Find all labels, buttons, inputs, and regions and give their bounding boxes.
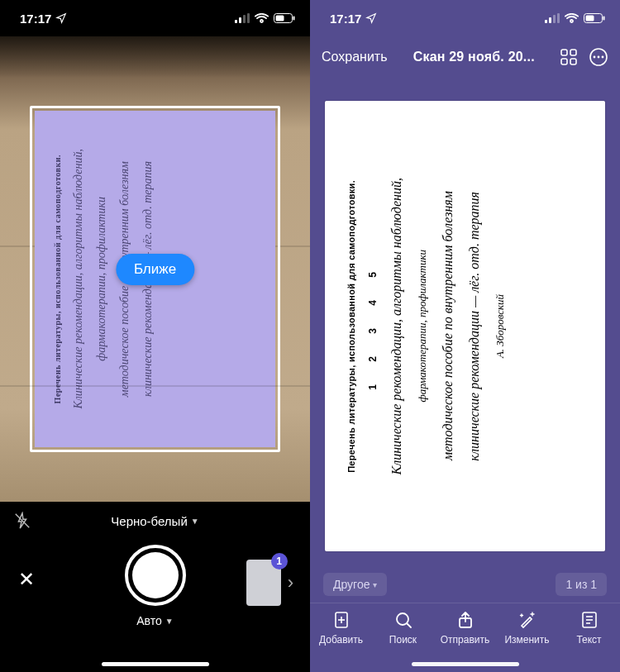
chevron-down-icon: ▼ [191,517,199,526]
svg-line-27 [407,624,411,628]
svg-rect-16 [570,50,576,55]
tab-text[interactable]: Текст [558,610,620,672]
svg-rect-11 [557,13,560,23]
tab-label: Поиск [389,634,417,646]
svg-rect-8 [545,20,547,23]
tab-label: Добавить [319,634,363,646]
svg-rect-2 [243,15,246,23]
svg-point-22 [602,56,604,59]
svg-rect-17 [561,59,567,64]
svg-rect-0 [235,20,237,23]
capture-mode-selector[interactable]: Авто ▼ [136,614,173,627]
document-title[interactable]: Скан 29 нояб. 20... [398,50,551,64]
svg-point-20 [594,56,596,59]
thumbnail-preview[interactable]: 1 [246,560,281,606]
camera-viewport[interactable]: Перечень литературы, использованной для … [0,36,310,502]
doc-line: А. Зборовский [494,294,507,358]
battery-icon [274,13,295,23]
page-indicator[interactable]: 1 из 1 [556,573,607,596]
svg-point-21 [598,56,600,59]
status-bar: 17:17 [310,0,620,36]
more-options-button[interactable] [589,47,608,67]
doc-line: Клинические рекомендации, алгоритмы набл… [72,149,85,409]
doc-line: фармакотерапии, профилактики [95,197,108,361]
svg-rect-14 [603,17,605,21]
move-closer-hint: Ближе [116,254,194,285]
add-page-icon [331,610,351,630]
capture-mode-label: Авто [136,614,162,627]
category-label: Другое [333,578,370,591]
svg-rect-5 [276,16,284,21]
battery-icon [584,13,605,23]
tab-label: Изменить [504,634,549,646]
home-indicator[interactable] [102,662,209,666]
proceed-arrow-icon[interactable]: › [288,572,293,593]
svg-rect-10 [553,15,556,23]
location-arrow-icon [365,12,377,24]
status-time: 17:17 [20,12,51,26]
color-mode-label: Черно-белый [111,514,187,528]
ellipsis-circle-icon [589,47,608,67]
bottom-toolbar: Добавить Поиск Отправить Изменить Текст [310,603,620,672]
tab-add[interactable]: Добавить [310,610,372,672]
status-bar: 17:17 [0,0,310,36]
wifi-icon [565,13,579,23]
meta-row: Другое ▾ 1 из 1 [310,566,620,603]
flash-toggle[interactable] [13,512,31,530]
grid-icon [560,49,577,65]
camera-controls: ✕ Авто ▼ 1 › [0,540,310,672]
svg-rect-1 [239,17,241,23]
nav-bar: Сохранить Скан 29 нояб. 20... [310,36,620,78]
status-time: 17:17 [330,12,361,26]
share-icon [455,610,475,630]
text-icon [579,610,599,630]
cellular-icon [235,13,250,23]
camera-options-bar: Черно-белый ▼ [0,502,310,540]
tab-label: Отправить [441,634,490,646]
chevron-down-icon: ▾ [373,580,377,589]
doc-line: Клинические рекомендации, алгоритмы набл… [389,178,404,474]
doc-heading: Перечень литературы, использованной для … [346,180,356,473]
wifi-icon [255,13,269,23]
scan-preview-area[interactable]: Перечень литературы, использованной для … [310,78,620,566]
status-indicators [235,13,295,23]
cellular-icon [545,13,560,23]
magic-wand-icon [517,610,537,630]
close-button[interactable]: ✕ [18,568,35,591]
thumbnail-count-badge: 1 [271,553,288,570]
location-arrow-icon [55,12,67,24]
doc-line: клинические рекомендации — лёг. отд. тер… [467,192,482,461]
svg-rect-15 [561,50,567,55]
scan-result-screen: 17:17 Сохранить Скан 29 нояб. 20... [310,0,620,672]
camera-capture-screen: 17:17 Перечень литературы, использов [0,0,310,672]
home-indicator[interactable] [412,662,519,666]
search-icon [393,610,413,630]
svg-rect-13 [586,16,594,21]
chevron-down-icon: ▼ [165,617,174,626]
svg-rect-3 [247,13,250,23]
doc-list-numbers: 1 2 3 4 5 [368,262,378,390]
flash-off-icon [13,512,31,530]
color-mode-selector[interactable]: Черно-белый ▼ [111,514,198,528]
doc-heading: Перечень литературы, использованной для … [53,155,62,403]
tab-label: Текст [576,634,601,646]
svg-rect-9 [549,17,551,23]
shutter-button[interactable] [125,545,186,606]
scanned-page[interactable]: Перечень литературы, использованной для … [325,101,605,551]
grid-view-button[interactable] [560,49,577,65]
svg-rect-18 [570,59,576,64]
save-button[interactable]: Сохранить [322,50,388,64]
doc-line: методическое пособие по внутренним болез… [441,191,455,460]
svg-rect-6 [293,17,295,21]
status-indicators [545,13,605,23]
doc-line: фармакотерапии, профилактики [416,250,429,403]
category-selector[interactable]: Другое ▾ [323,573,387,596]
